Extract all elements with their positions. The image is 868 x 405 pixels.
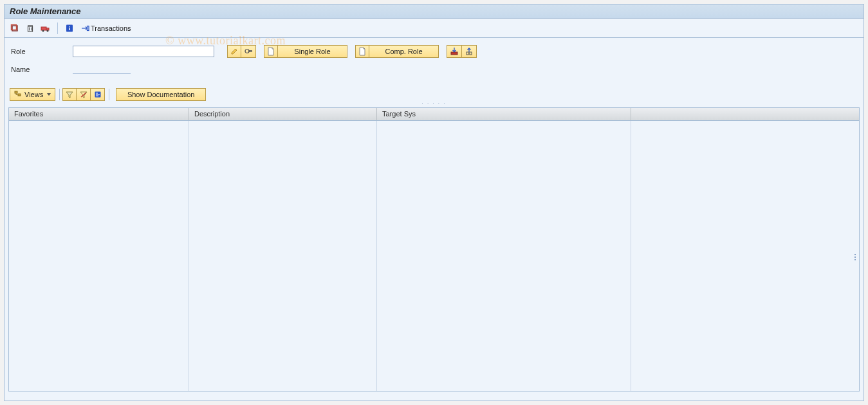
- svg-point-8: [42, 30, 44, 32]
- name-value: [73, 65, 131, 74]
- name-row: Name: [11, 62, 860, 76]
- main-toolbar: i Transactions: [5, 19, 863, 38]
- svg-rect-16: [451, 52, 457, 55]
- svg-rect-18: [470, 52, 472, 55]
- column-header-extra[interactable]: [631, 108, 859, 120]
- column-header-description[interactable]: Description: [189, 108, 377, 120]
- vertical-scroll-indicator[interactable]: [853, 125, 858, 390]
- transactions-button[interactable]: Transactions: [78, 22, 134, 35]
- create-comp-icon-button[interactable]: [355, 45, 369, 58]
- table-col-extra: [631, 121, 859, 391]
- favorites-table: Favorites Description Target Sys: [8, 107, 860, 392]
- svg-rect-20: [18, 94, 21, 96]
- svg-point-9: [47, 30, 49, 32]
- comp-role-label: Comp. Role: [385, 48, 422, 55]
- transport-icon[interactable]: [39, 22, 52, 35]
- filter-group: [62, 88, 105, 101]
- svg-point-15: [249, 51, 250, 52]
- page-title: Role Maintenance: [10, 6, 81, 16]
- svg-rect-7: [46, 28, 49, 30]
- toolbar-separator: [57, 22, 58, 34]
- expand-all-button[interactable]: [91, 88, 105, 101]
- column-header-target-sys[interactable]: Target Sys: [377, 108, 631, 120]
- table-col-target: [377, 121, 631, 391]
- views-label: Views: [24, 91, 43, 98]
- download-upload-group: [447, 45, 477, 58]
- svg-rect-17: [466, 52, 468, 55]
- single-role-label: Single Role: [294, 48, 330, 55]
- comp-role-button[interactable]: Comp. Role: [369, 45, 439, 58]
- edit-display-group: [227, 45, 256, 58]
- title-bar: Role Maintenance: [5, 4, 863, 19]
- other-object-icon[interactable]: [8, 22, 21, 35]
- display-button[interactable]: [241, 45, 256, 58]
- toolbar2-sep-2: [109, 89, 109, 100]
- delete-icon[interactable]: [24, 22, 37, 35]
- toolbar2-sep-1: [59, 89, 60, 100]
- transactions-label: Transactions: [91, 24, 131, 32]
- show-documentation-button[interactable]: Show Documentation: [116, 88, 206, 101]
- role-input[interactable]: [73, 46, 214, 57]
- chevron-down-icon: [47, 93, 51, 96]
- column-header-favorites[interactable]: Favorites: [9, 108, 189, 120]
- role-label: Role: [11, 48, 69, 55]
- upload-button[interactable]: [462, 45, 477, 58]
- form-area: Role Single Role: [5, 38, 863, 83]
- svg-rect-19: [15, 91, 17, 93]
- create-single-icon-button[interactable]: [264, 45, 278, 58]
- table-col-favorites: [9, 121, 189, 391]
- info-icon[interactable]: i: [63, 22, 76, 35]
- tree-icon: [14, 91, 22, 98]
- table-col-description: [189, 121, 377, 391]
- views-button[interactable]: Views: [10, 88, 55, 101]
- delete-filter-button[interactable]: [77, 88, 91, 101]
- app-window: Role Maintenance i Transactions Role: [4, 4, 864, 401]
- table-header-row: Favorites Description Target Sys: [9, 108, 859, 121]
- table-body: [9, 121, 859, 391]
- create-single-group: Single Role: [264, 45, 347, 58]
- svg-rect-12: [88, 26, 89, 30]
- role-row: Role Single Role: [11, 44, 860, 59]
- views-group: Views: [10, 88, 55, 101]
- show-documentation-label: Show Documentation: [127, 91, 195, 98]
- download-button[interactable]: [447, 45, 462, 58]
- name-label: Name: [11, 66, 69, 73]
- svg-rect-6: [41, 27, 46, 30]
- create-comp-group: Comp. Role: [355, 45, 439, 58]
- edit-button[interactable]: [227, 45, 241, 58]
- single-role-button[interactable]: Single Role: [278, 45, 347, 58]
- svg-rect-2: [28, 26, 33, 32]
- set-filter-button[interactable]: [62, 88, 77, 101]
